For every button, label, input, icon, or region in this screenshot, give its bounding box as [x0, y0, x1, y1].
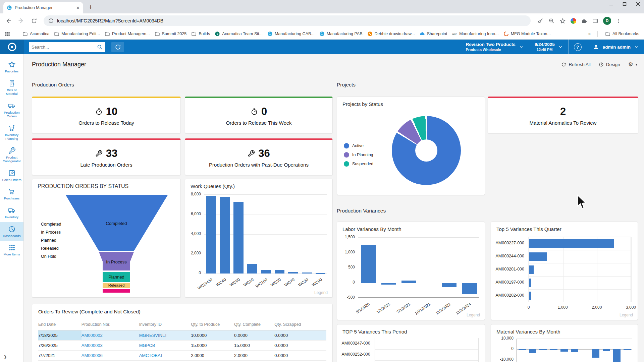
extension-colored-icon[interactable] [571, 18, 576, 24]
table-row[interactable]: 7/7/2021AM000006AMCTOBAT2.00002.00000.00… [38, 350, 326, 360]
acumatica-favicon [7, 5, 12, 10]
acumatica-logo[interactable] [0, 40, 24, 54]
user-menu[interactable]: admin admin [587, 40, 644, 54]
tenant-selector[interactable]: Revision Two Products Products Wholesale [460, 40, 529, 54]
legend-label: Legend [620, 313, 633, 317]
chart-projects-by-status[interactable]: Projects by Status ActiveIn PlanningSusp… [337, 97, 485, 195]
table-row[interactable]: 7/21/2025AM000008AMTOOLOSP100.00000.0000… [38, 360, 326, 362]
bookmarks-overflow-icon[interactable]: » [588, 31, 591, 36]
bar [316, 273, 325, 274]
business-date-selector[interactable]: 9/24/2025 12:40 PM [529, 40, 568, 54]
sidebar-item-sales-orders[interactable]: Sales Orders [0, 166, 23, 185]
production-nbr-link[interactable]: AM000006 [82, 353, 103, 358]
bar [462, 283, 477, 294]
sidebar-item-production-orders[interactable]: Production Orders [0, 99, 23, 121]
bookmark-item[interactable]: Product Managem... [105, 31, 150, 37]
url-text: localhost/MFG2025R2/Main?ScreenId=AM0034… [57, 18, 163, 23]
kpi-late-production-orders[interactable]: 33 Late Production Orders [32, 138, 181, 175]
plot-area [204, 194, 327, 273]
new-tab-button[interactable]: + [89, 3, 93, 10]
zoom-icon[interactable] [548, 18, 555, 24]
inventory-id-link[interactable]: MGRESVINLT [139, 333, 167, 338]
bookmark-item[interactable]: Debbie drawio.draw... [367, 31, 415, 37]
profile-avatar[interactable]: D [603, 17, 611, 25]
search-input[interactable] [32, 45, 97, 50]
browser-tab[interactable]: Production Manager ✕ [3, 2, 83, 13]
orders-to-review-card[interactable]: Orders To Review (Complete and Not Close… [32, 304, 333, 362]
chart-top5-variances-period[interactable]: TOP 5 Variances This Period AM000247-000… [337, 324, 485, 362]
business-date-icon[interactable] [111, 42, 124, 52]
section-production-orders: Production Orders [32, 82, 74, 88]
refresh-all-button[interactable]: Refresh All [561, 62, 590, 67]
tab-close-icon[interactable]: ✕ [76, 5, 80, 10]
help-button[interactable]: ? [568, 40, 587, 54]
search-icon[interactable] [97, 44, 103, 50]
bookmark-item[interactable]: sAcumatica Team Sit... [215, 31, 263, 37]
design-button[interactable]: Design [599, 62, 620, 67]
bookmark-star-icon[interactable] [559, 18, 566, 24]
browser-tab-bar: Production Manager ✕ + [0, 0, 644, 13]
sidebar-item-purchases[interactable]: Purchases [0, 185, 23, 203]
chart-labor-variances[interactable]: Labor Variances By Month -50005001,0001,… [337, 222, 485, 320]
chart-top5-variances-quarter[interactable]: Top 5 Variances This Quarter 01,0002,000… [491, 222, 638, 320]
inventory-id-link[interactable]: AMCTOBAT [139, 353, 163, 358]
window-maximize-icon[interactable] [623, 2, 627, 6]
chart-title: Labor Variances By Month [342, 226, 401, 232]
side-panel-icon[interactable] [592, 18, 598, 24]
reload-icon[interactable] [29, 16, 39, 26]
forward-icon[interactable] [16, 16, 26, 26]
bookmark-item[interactable]: MFG Module Taxon... [503, 31, 551, 37]
chart-material-variances[interactable]: Material Variances By Month 10,0000-10,0… [491, 324, 638, 362]
sidebar-item-bills-of-material[interactable]: $Bills of Material [0, 76, 23, 99]
kpi-orders-release-today[interactable]: 10 Orders to Release Today [32, 97, 181, 133]
back-icon[interactable] [3, 16, 13, 26]
dashboard-settings-button[interactable]: ⚙ ▾ [628, 62, 637, 67]
sidebar-item-inventory[interactable]: Inventory [0, 203, 23, 222]
inventory-id-link[interactable]: MGPCB [139, 343, 155, 348]
bar [442, 283, 457, 287]
sidebar-expand-icon[interactable]: ❯ [0, 352, 23, 362]
chart-work-queues[interactable]: Work Queues (Qty.) 02,0004,0006,0008,000… [185, 179, 333, 298]
window-minimize-icon[interactable] [609, 2, 613, 6]
chart-title: TOP 5 Variances This Period [342, 329, 407, 335]
all-bookmarks[interactable]: All Bookmarks [605, 31, 639, 37]
sidebar-item-favorites[interactable]: Favorites [0, 58, 23, 76]
bookmark-item[interactable]: Sharepoint [420, 31, 447, 37]
cloud-icon [420, 31, 425, 37]
sidebar-item-dashboards[interactable]: Dashboards [0, 222, 23, 241]
bookmark-item[interactable]: Manufacturing PAB [319, 31, 363, 37]
production-nbr-link[interactable]: AM000002 [82, 333, 103, 338]
kpi-material-anomalies[interactable]: 2 Material Anomalies To Review [488, 97, 638, 133]
address-bar[interactable]: localhost/MFG2025R2/Main?ScreenId=AM0034… [44, 15, 531, 26]
sidebar-item-more-items[interactable]: More Items [0, 241, 23, 259]
bar [275, 270, 284, 274]
chevron-down-icon [519, 45, 524, 49]
bookmark-item[interactable]: NISTManufacturing Inno... [452, 31, 498, 37]
bookmark-item[interactable]: Acumatica [22, 31, 49, 37]
browser-menu-icon[interactable] [616, 18, 622, 24]
extensions-puzzle-icon[interactable] [581, 18, 587, 24]
chart-production-orders-by-status[interactable]: PRODUCTION ORDERS BY STATUS CompletedIn … [32, 179, 181, 298]
business-time: 12:40 PM [535, 48, 555, 52]
bookmark-item[interactable]: Summit 2025 [155, 31, 187, 37]
bar [529, 279, 531, 287]
site-info-icon[interactable] [48, 18, 54, 23]
orders-table: End Date Production Nbr. Inventory ID Qt… [38, 319, 326, 362]
global-search[interactable] [29, 42, 105, 52]
bar [233, 202, 243, 274]
password-key-icon[interactable] [537, 18, 544, 24]
apps-grid-icon[interactable] [5, 31, 10, 37]
bar [613, 349, 621, 362]
table-row[interactable]: 7/26/2025AM000003MGPCB15.000015.00000.00… [38, 340, 326, 350]
kpi-orders-release-week[interactable]: 0 Orders to Release This Week [185, 97, 333, 133]
sidebar-item-inventory-planning[interactable]: Inventory Planning [0, 121, 23, 144]
sidebar-item-product-configurator[interactable]: Product Configurator [0, 144, 23, 166]
bookmark-item[interactable]: Builds [191, 31, 210, 37]
production-nbr-link[interactable]: AM000003 [82, 343, 103, 348]
table-row[interactable]: 7/18/2025AM000002MGRESVINLT10.00000.0000… [38, 330, 326, 340]
bookmark-item[interactable]: Manufacturing Edit... [54, 31, 100, 37]
kpi-past-due-operations[interactable]: 36 Production Orders with Past-Due Opera… [185, 138, 333, 175]
hbar-chart: 01,0002,0003,000AM000227-000AM000244-000… [491, 235, 638, 320]
window-close-icon[interactable] [636, 2, 640, 6]
bookmark-item[interactable]: Manufacturing CAB... [267, 31, 315, 37]
